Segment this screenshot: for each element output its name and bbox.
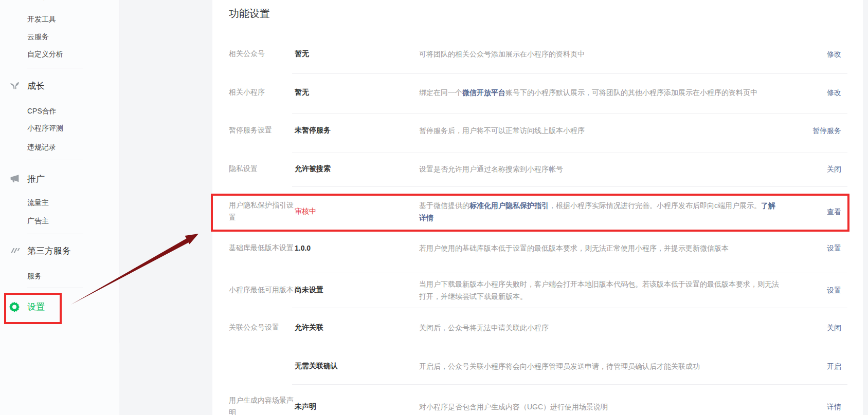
row-divider [292,113,847,114]
row-action-link[interactable]: 设置 [827,286,841,294]
row-value: 无需关联确认 [295,362,419,371]
megaphone-icon [9,173,20,184]
sidebar-item-label: 流量主 [27,198,49,208]
row-description: 对小程序是否包含用户生成内容（UGC）进行使用场景说明 [419,401,779,413]
row-divider [292,384,847,385]
description-text: 当用户下载最新版本小程序失败时，客户端会打开本地旧版本代码包。若该版本低于设置的… [419,280,779,301]
settings-row: 相关小程序 暂无 绑定在同一个微信开放平台账号下的小程序默认展示，可将团队的其他… [229,81,841,104]
settings-row: 相关公众号 暂无 可将团队的相关公众号添加展示在小程序的资料页中 修改 [229,43,841,65]
sidebar-item[interactable]: 自定义分析 [0,50,119,59]
sidebar-item[interactable]: 广告主 [0,217,119,226]
inline-link[interactable]: 微信开放平台 [462,88,505,97]
row-description: 设置是否允许用户通过名称搜索到小程序帐号 [419,163,779,176]
row-value: 未暂停服务 [295,126,419,135]
annotation-box-privacy-row [211,194,849,232]
settings-row: 基础库最低版本设置 1.0.0 若用户使用的基础库版本低于设置的最低版本要求，则… [229,227,841,269]
description-text: 设置是否允许用户通过名称搜索到小程序帐号 [419,165,563,173]
annotation-box-sidebar-settings [4,293,62,324]
row-action-link[interactable]: 关闭 [827,324,841,332]
row-action-link[interactable]: 详情 [827,403,841,411]
row-action-link[interactable]: 暂停服务 [812,126,841,135]
row-description: 关闭后，公众号将无法申请关联此小程序 [419,322,779,334]
settings-row: 关联公众号设置 允许关联 关闭后，公众号将无法申请关联此小程序 关闭 [229,316,841,339]
sidebar-section-divider [27,160,83,160]
sidebar-item[interactable]: 云服务 [0,32,119,42]
row-description: 绑定在同一个微信开放平台账号下的小程序默认展示，可将团队的其他小程序添加展示在小… [419,86,779,99]
description-text: 关闭后，公众号将无法申请关联此小程序 [419,324,549,332]
sidebar-item[interactable]: 违规记录 [0,143,119,152]
row-value: 暂无 [295,88,419,97]
row-divider [292,186,847,187]
row-value: 1.0.0 [295,244,419,252]
row-action-link[interactable]: 修改 [827,88,841,97]
sidebar-section-divider [27,288,83,288]
sidebar-section-sprout[interactable]: 成长 [0,80,119,92]
settings-row: 无需关联确认 开启后，公众号关联小程序将会向小程序管理员发送申请，待管理员确认后… [229,355,841,378]
sidebar-section-label: 成长 [27,80,45,92]
row-label: 基础库最低版本设置 [229,242,295,254]
row-label: 隐私设置 [229,163,295,175]
sidebar-section-divider [27,68,83,68]
sidebar-item-label: 小程序评测 [27,124,63,133]
description-text: 开启后，公众号关联小程序将会向小程序管理员发送申请，待管理员确认后才能关联成功 [419,362,700,370]
sidebar: 开发管理开发工具云服务自定义分析成长CPS合作小程序评测违规记录推广流量主广告主… [0,0,119,415]
row-label: 相关小程序 [229,86,295,99]
description-text: 暂停服务后，用户将不可以正常访问线上版本小程序 [419,126,585,135]
row-value: 允许关联 [295,323,419,332]
page-title: 功能设置 [229,7,270,21]
sidebar-section-label: 第三方服务 [27,245,71,257]
sidebar-item[interactable]: CPS合作 [0,107,119,116]
row-description: 当用户下载最新版本小程序失败时，客户端会打开本地旧版本代码包。若该版本低于设置的… [419,278,779,303]
sidebar-item[interactable]: 小程序评测 [0,124,119,133]
row-label: 暂停服务设置 [229,124,295,137]
row-value: 尚未设置 [295,286,419,295]
row-action-link[interactable]: 设置 [827,244,841,252]
row-label: 关联公众号设置 [229,322,295,334]
sidebar-item[interactable]: 开发管理 [0,0,119,2]
row-value: 允许被搜索 [295,164,419,174]
row-value: 未声明 [295,402,419,411]
sprout-icon [9,80,20,91]
settings-row: 用户生成内容场景声明 未声明 对小程序是否包含用户生成内容（UGC）进行使用场景… [229,386,841,415]
row-action-link[interactable]: 修改 [827,50,841,58]
settings-row: 暂停服务设置 未暂停服务 暂停服务后，用户将不可以正常访问线上版本小程序 暂停服… [229,119,841,142]
sidebar-item-label: 广告主 [27,217,49,226]
row-description: 开启后，公众号关联小程序将会向小程序管理员发送申请，待管理员确认后才能关联成功 [419,360,779,373]
sidebar-item[interactable]: 流量主 [0,198,119,208]
row-divider [292,308,847,308]
settings-row: 小程序最低可用版本 尚未设置 当用户下载最新版本小程序失败时，客户端会打开本地旧… [229,269,841,311]
sidebar-item[interactable]: 开发工具 [0,15,119,24]
description-text: 账号下的小程序默认展示，可将团队的其他小程序添加展示在小程序的资料页中 [505,88,757,97]
sidebar-item-label: 开发管理 [27,0,56,2]
sidebar-item-label: 违规记录 [27,143,56,152]
sidebar-item[interactable]: 服务 [0,272,119,281]
row-action-link[interactable]: 开启 [827,362,841,370]
sidebar-section-megaphone[interactable]: 推广 [0,173,119,185]
row-divider [292,73,847,74]
third-party-icon [9,245,20,256]
sidebar-item-label: 服务 [27,272,42,281]
sidebar-divider-vertical [119,0,119,343]
sidebar-item-label: 开发工具 [27,15,56,24]
settings-row: 隐私设置 允许被搜索 设置是否允许用户通过名称搜索到小程序帐号 关闭 [229,158,841,180]
row-description: 暂停服务后，用户将不可以正常访问线上版本小程序 [419,124,779,137]
sidebar-section-third-party[interactable]: 第三方服务 [0,245,119,257]
row-divider [292,153,847,153]
sidebar-item-label: CPS合作 [27,107,57,116]
row-description: 若用户使用的基础库版本低于设置的最低版本要求，则无法正常使用小程序，并提示更新微… [419,242,779,255]
description-text: 可将团队的相关公众号添加展示在小程序的资料页中 [419,50,585,58]
row-description: 可将团队的相关公众号添加展示在小程序的资料页中 [419,48,779,61]
description-text: 绑定在同一个 [419,88,462,97]
description-text: 若用户使用的基础库版本低于设置的最低版本要求，则无法正常使用小程序，并提示更新微… [419,244,729,252]
row-label: 用户生成内容场景声明 [229,394,295,415]
row-value: 暂无 [295,49,419,59]
sidebar-item-label: 云服务 [27,32,49,42]
sidebar-item-label: 自定义分析 [27,50,63,59]
row-label: 小程序最低可用版本 [229,284,295,296]
row-divider [292,273,847,273]
row-label: 相关公众号 [229,48,295,60]
sidebar-section-divider [27,234,83,234]
description-text: 对小程序是否包含用户生成内容（UGC）进行使用场景说明 [419,403,608,411]
sidebar-section-label: 推广 [27,173,45,185]
row-action-link[interactable]: 关闭 [827,165,841,173]
